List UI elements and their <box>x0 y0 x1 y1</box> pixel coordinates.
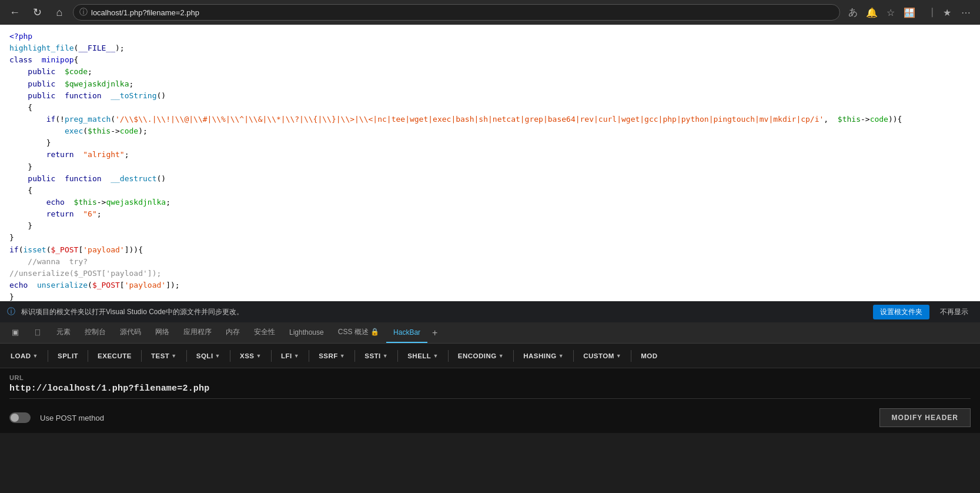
test-arrow-icon: ▼ <box>171 353 176 359</box>
shell-arrow-icon: ▼ <box>433 353 438 359</box>
post-method-label: Use POST method <box>40 414 104 422</box>
hackbar-execute-button[interactable]: EXECUTE <box>92 349 138 362</box>
hackbar-post-row: Use POST method MODIFY HEADER <box>0 402 980 433</box>
divider-6 <box>271 350 272 362</box>
address-text: localhost/1.php?filename=2.php <box>91 8 199 17</box>
devtools-tab-security-label: 安全性 <box>254 327 275 337</box>
devtools-tab-inspect[interactable]: ▣ <box>5 322 28 343</box>
modify-header-button[interactable]: MODIFY HEADER <box>879 408 971 427</box>
back-button[interactable]: ← <box>6 4 24 21</box>
hackbar-mod-button[interactable]: MOD <box>635 349 663 362</box>
divider-13 <box>631 350 631 362</box>
hackbar-shell-label: SHELL <box>407 352 431 359</box>
browser-chrome: ← ↻ ⌂ ⓘ localhost/1.php?filename=2.php あ… <box>0 0 980 25</box>
reload-button[interactable]: ↻ <box>28 4 46 21</box>
inspect-icon: ▣ <box>12 328 19 337</box>
post-method-toggle[interactable] <box>9 412 31 423</box>
ssti-arrow-icon: ▼ <box>383 353 388 359</box>
devtools-tab-security[interactable]: 安全性 <box>247 322 282 343</box>
divider-10 <box>448 350 449 362</box>
devtools-tab-console-label: 控制台 <box>85 327 106 337</box>
favorites-icon[interactable]: ☆ <box>882 4 899 21</box>
device-icon: ⎕ <box>35 328 40 337</box>
devtools-tab-hackbar-label: HackBar <box>393 328 420 337</box>
hackbar-test-button[interactable]: TEST ▼ <box>145 349 183 362</box>
hackbar-split-label: SPLIT <box>58 352 78 359</box>
hackbar-encoding-button[interactable]: ENCODING ▼ <box>452 349 510 362</box>
devtools-tab-elements[interactable]: 元素 <box>49 322 78 343</box>
notifications-icon[interactable]: 🔔 <box>864 4 880 21</box>
extensions-icon[interactable]: 🪟 <box>901 4 918 21</box>
menu-icon[interactable]: ⋯ <box>958 4 974 21</box>
devtools-tab-application-label: 应用程序 <box>183 327 212 337</box>
hackbar-custom-label: CUSTOM <box>583 352 614 359</box>
toggle-knob <box>11 414 19 422</box>
divider-11 <box>513 350 514 362</box>
hackbar-hashing-button[interactable]: HASHING ▼ <box>517 349 570 362</box>
notif-text: 标识项目的根文件夹以打开Visual Studio Code中的源文件并同步更改… <box>21 307 867 317</box>
set-root-folder-button[interactable]: 设置根文件夹 <box>873 305 929 319</box>
devtools-tab-memory-label: 内存 <box>226 327 240 337</box>
hackbar-xss-button[interactable]: XSS ▼ <box>234 349 267 362</box>
divider-4 <box>186 350 187 362</box>
sqli-arrow-icon: ▼ <box>215 353 220 359</box>
hackbar-split-button[interactable]: SPLIT <box>52 349 84 362</box>
divider-5 <box>230 350 230 362</box>
notification-bar: ⓘ 标识项目的根文件夹以打开Visual Studio Code中的源文件并同步… <box>0 301 980 322</box>
info-icon: ⓘ <box>79 7 88 18</box>
hackbar-execute-label: EXECUTE <box>98 352 132 359</box>
divider-8 <box>354 350 355 362</box>
hackbar-ssrf-button[interactable]: SSRF ▼ <box>313 349 351 362</box>
devtools-tab-lighthouse-label: Lighthouse <box>289 328 324 337</box>
devtools-tab-network[interactable]: 网络 <box>148 322 176 343</box>
hackbar-ssti-label: SSTI <box>364 352 381 359</box>
devtools-tab-sources[interactable]: 源代码 <box>113 322 148 343</box>
hackbar-url-area: URL http://localhost/1.php?filename=2.ph… <box>0 368 980 402</box>
url-value[interactable]: http://localhost/1.php?filename=2.php <box>9 384 971 394</box>
divider-12 <box>573 350 574 362</box>
devtools-tab-lighthouse[interactable]: Lighthouse <box>282 322 331 343</box>
hackbar-lfi-label: LFI <box>281 352 292 359</box>
divider-1 <box>48 350 48 362</box>
hackbar-ssti-button[interactable]: SSTI ▼ <box>359 349 394 362</box>
divider-3 <box>141 350 142 362</box>
devtools-tab-css-label: CSS 概述 🔒 <box>338 327 379 337</box>
devtools-tab-css[interactable]: CSS 概述 🔒 <box>331 322 386 343</box>
custom-arrow-icon: ▼ <box>616 353 621 359</box>
divider-9 <box>397 350 398 362</box>
devtools-tab-application[interactable]: 应用程序 <box>176 322 219 343</box>
hackbar-custom-button[interactable]: CUSTOM ▼ <box>577 349 627 362</box>
url-label: URL <box>9 374 971 381</box>
devtools-tab-elements-label: 元素 <box>56 327 71 337</box>
hackbar-shell-button[interactable]: SHELL ▼ <box>402 349 444 362</box>
hackbar-encoding-label: ENCODING <box>458 352 497 359</box>
hackbar-toolbar: LOAD ▼ SPLIT EXECUTE TEST ▼ SQLI ▼ XSS ▼… <box>0 344 980 368</box>
load-arrow-icon: ▼ <box>33 353 38 359</box>
hackbar-lfi-button[interactable]: LFI ▼ <box>275 349 305 362</box>
hackbar-test-label: TEST <box>151 352 169 359</box>
devtools-tab-console[interactable]: 控制台 <box>78 322 113 343</box>
translate-icon[interactable]: あ <box>845 4 861 21</box>
devtools-tab-device[interactable]: ⎕ <box>28 322 49 343</box>
xss-arrow-icon: ▼ <box>256 353 262 359</box>
home-button[interactable]: ⌂ <box>51 4 68 21</box>
hackbar-hashing-label: HASHING <box>523 352 557 359</box>
hackbar-xss-label: XSS <box>240 352 255 359</box>
devtools-tabs: ▣ ⎕ 元素 控制台 源代码 网络 应用程序 内存 安全性 Lighthouse… <box>0 322 980 344</box>
sidebar-icon[interactable]: ⎹ <box>920 4 936 21</box>
devtools-tab-sources-label: 源代码 <box>120 327 141 337</box>
devtools-tab-add[interactable]: + <box>427 322 442 343</box>
hackbar-load-button[interactable]: LOAD ▼ <box>5 349 44 362</box>
collections-icon[interactable]: ★ <box>939 4 955 21</box>
url-divider <box>9 398 971 399</box>
devtools-tab-network-label: 网络 <box>155 327 169 337</box>
code-area: <?php highlight_file(__FILE__); class mi… <box>0 25 980 301</box>
hackbar-ssrf-label: SSRF <box>319 352 338 359</box>
notif-info-icon: ⓘ <box>7 307 15 317</box>
hackbar-sqli-button[interactable]: SQLI ▼ <box>190 349 226 362</box>
dismiss-notif-button[interactable]: 不再显示 <box>935 305 973 319</box>
address-bar[interactable]: ⓘ localhost/1.php?filename=2.php <box>73 4 840 21</box>
devtools-tab-memory[interactable]: 内存 <box>219 322 247 343</box>
devtools-tab-hackbar[interactable]: HackBar <box>386 322 427 343</box>
browser-actions: あ 🔔 ☆ 🪟 ⎹ ★ ⋯ <box>845 4 974 21</box>
